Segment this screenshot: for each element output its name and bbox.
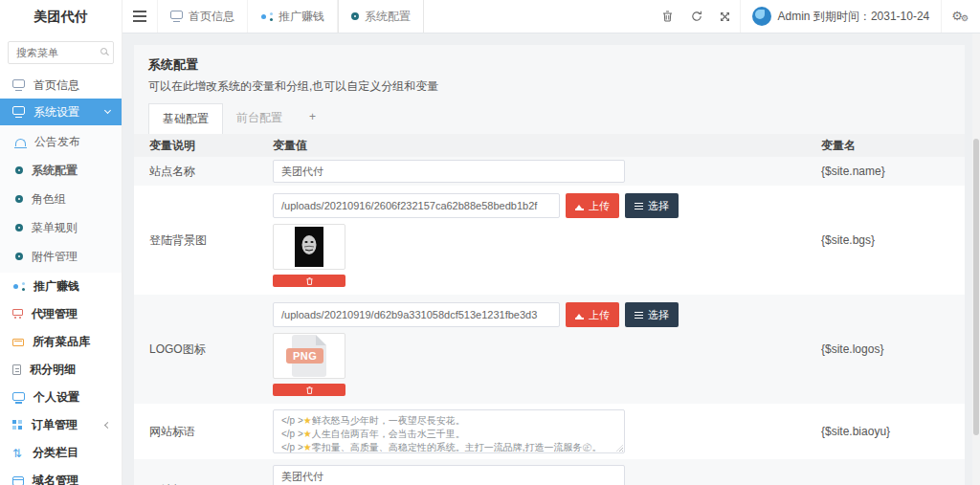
sidebar-item-system-settings[interactable]: 系统设置: [0, 99, 122, 125]
sidebar-item-categories[interactable]: ⇅ 分类栏目: [0, 439, 122, 467]
card-header: 系统配置 可以在此增改系统的变量和分组,也可以自定义分组和变量 基础配置 前台配…: [134, 45, 965, 134]
sidebar-item-attachments[interactable]: 附件管理: [0, 242, 122, 271]
png-file-icon: PNG: [292, 335, 326, 377]
fullscreen-button[interactable]: [711, 0, 740, 33]
resize-handle[interactable]: [616, 445, 623, 452]
column-header: 变量说明: [134, 138, 273, 154]
tab-system-config[interactable]: 系统配置: [338, 0, 424, 33]
sort-icon: ⇅: [12, 448, 24, 459]
tab-basic-config[interactable]: 基础配置: [148, 103, 223, 134]
sidebar-item-dish-library[interactable]: 所有菜品库: [0, 328, 122, 356]
promotion-icon: [12, 280, 25, 293]
ring-icon: [351, 12, 359, 20]
sidebar-item-announcement[interactable]: 公告发布: [0, 127, 122, 156]
page-title: 系统配置: [148, 56, 950, 74]
table-header-row: 变量说明 变量值 变量名: [134, 134, 965, 157]
delete-image-button[interactable]: [273, 275, 345, 287]
scrollbar-thumb[interactable]: [973, 139, 979, 435]
login-background-preview[interactable]: [273, 224, 345, 270]
document-icon: [12, 364, 21, 375]
delete-image-button[interactable]: [273, 384, 345, 396]
sidebar-item-personal-settings[interactable]: 个人设置: [0, 384, 122, 411]
variable-name: {$site.biaoyu}: [821, 425, 965, 438]
monitor-icon: [12, 392, 25, 401]
list-icon: [635, 203, 643, 209]
topbar: 首页信息 推广赚钱 系统配置 Admin 到期时间：2031-10-24 ⚙ ⚙: [122, 0, 980, 33]
variable-name: {$site.name}: [821, 165, 965, 178]
tab-front-config[interactable]: 前台配置: [223, 103, 296, 134]
vertical-scrollbar[interactable]: [972, 33, 980, 485]
slogan-line: </p >★零扣量、高质量、高稳定性的系统。主打一流品牌,打造一流服务㊣。: [281, 441, 616, 454]
tab-label: 系统配置: [365, 9, 411, 25]
main-content: 系统配置 可以在此增改系统的变量和分组,也可以自定义分组和变量 基础配置 前台配…: [122, 33, 980, 485]
sidebar-item-system-config[interactable]: 系统配置: [0, 156, 122, 185]
search-input[interactable]: [8, 41, 114, 64]
sidebar-item-home-info[interactable]: 首页信息: [0, 72, 122, 99]
png-badge: PNG: [286, 348, 323, 364]
sidebar-item-label: 代理管理: [32, 306, 78, 322]
list-icon: [635, 312, 643, 319]
sidebar-item-promotion[interactable]: 推广赚钱: [0, 273, 122, 300]
row-label: LOGO图标: [134, 342, 273, 358]
settings-button[interactable]: ⚙ ⚙: [941, 0, 980, 33]
ring-icon: [15, 195, 23, 203]
variable-name: {$site.bgs}: [821, 233, 965, 247]
add-group-tab[interactable]: +: [296, 103, 329, 134]
user-menu[interactable]: Admin 到期时间：2031-10-24: [740, 0, 942, 33]
promotion-icon: [260, 11, 273, 23]
sidebar-item-label: 所有菜品库: [33, 334, 90, 350]
config-tabs: 基础配置 前台配置 +: [148, 103, 950, 134]
bell-icon: [15, 139, 26, 146]
upload-button[interactable]: 上传: [566, 302, 619, 327]
sidebar-item-points-detail[interactable]: 积分明细: [0, 356, 122, 384]
chevron-left-icon: [104, 422, 111, 429]
table-row: LOGO图标 上传 选择: [134, 295, 965, 404]
table-row: 网站标题 美团代付 {$site.biaoti}: [134, 459, 965, 485]
monitor-icon: [12, 79, 25, 88]
choose-button[interactable]: 选择: [625, 302, 679, 327]
system-config-card: 系统配置 可以在此增改系统的变量和分组,也可以自定义分组和变量 基础配置 前台配…: [134, 45, 965, 485]
upload-path-input[interactable]: [273, 193, 560, 218]
sidebar-toggle-button[interactable]: [122, 0, 157, 33]
clear-cache-button[interactable]: [654, 0, 682, 33]
refresh-button[interactable]: [682, 0, 711, 33]
site-title-textarea[interactable]: 美团代付: [273, 465, 625, 485]
row-label: 登陆背景图: [134, 232, 273, 249]
site-name-input[interactable]: [273, 160, 625, 183]
sidebar-item-domain-management[interactable]: 域名管理: [0, 467, 122, 485]
chevron-down-icon: [104, 107, 111, 114]
trash-icon: [662, 11, 673, 22]
star-icon: ★: [303, 429, 312, 439]
upload-button[interactable]: 上传: [566, 193, 619, 218]
hamburger-icon: [133, 15, 146, 17]
app-logo: 美团代付: [0, 0, 122, 33]
table-row: 网站标语 </p >★鲜衣怒马少年时，一夜望尽長安花。 </p >★人生自信两百…: [134, 404, 965, 459]
row-label: 网站标语: [134, 424, 273, 440]
sidebar-item-order-management[interactable]: 订单管理: [0, 411, 122, 439]
upload-icon: [575, 311, 584, 320]
row-label: 网站标题: [134, 482, 273, 485]
sidebar-item-label: 推广赚钱: [33, 278, 79, 295]
sidebar-item-role-group[interactable]: 角色组: [0, 185, 122, 213]
user-expiry-text: Admin 到期时间：2031-10-24: [778, 9, 930, 25]
topbar-spacer: [424, 0, 654, 33]
logo-preview[interactable]: PNG: [273, 333, 345, 379]
sidebar-item-label: 角色组: [32, 191, 66, 208]
star-icon: ★: [303, 415, 312, 426]
site-slogan-textarea[interactable]: </p >★鲜衣怒马少年时，一夜望尽長安花。 </p >★人生自信两百年，会当击…: [273, 409, 625, 453]
cart-icon: [12, 309, 23, 316]
variable-name: {$site.logos}: [821, 342, 965, 356]
sidebar-item-label: 系统设置: [33, 104, 79, 121]
tab-home-info[interactable]: 首页信息: [157, 0, 248, 33]
sidebar-item-agent-management[interactable]: 代理管理: [0, 300, 122, 328]
upload-path-input[interactable]: [273, 302, 560, 327]
tab-promotion[interactable]: 推广赚钱: [248, 0, 338, 33]
refresh-icon: [691, 11, 702, 22]
column-header: 变量名: [821, 138, 965, 154]
sidebar-item-label: 订单管理: [32, 417, 78, 433]
page-subtitle: 可以在此增改系统的变量和分组,也可以自定义分组和变量: [148, 78, 950, 95]
sidebar-item-label: 积分明细: [30, 362, 76, 378]
choose-button[interactable]: 选择: [625, 193, 679, 218]
trash-icon: [306, 386, 313, 394]
sidebar-item-menu-rules[interactable]: 菜单规则: [0, 213, 122, 242]
